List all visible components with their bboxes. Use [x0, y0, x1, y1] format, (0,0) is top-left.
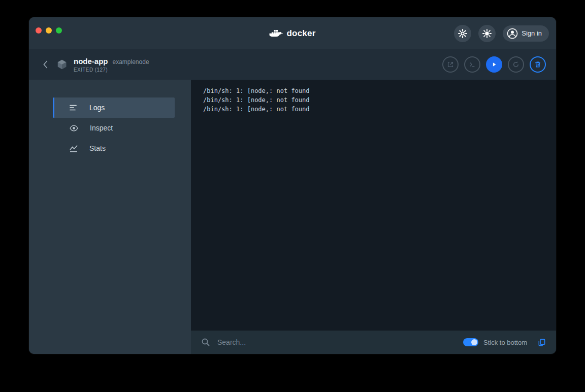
log-line: /bin/sh: 1: [node,: not found: [203, 105, 544, 114]
sidebar-item-label: Stats: [89, 144, 106, 152]
log-line: /bin/sh: 1: [node,: not found: [203, 86, 544, 95]
minimize-window-button[interactable]: [46, 27, 52, 34]
open-in-browser-button[interactable]: [442, 56, 459, 73]
log-search-input[interactable]: [217, 338, 456, 346]
sign-in-label: Sign in: [522, 29, 542, 37]
play-icon: [491, 61, 497, 68]
container-title-block: node-app examplenode EXITED (127): [74, 57, 149, 73]
delete-container-button[interactable]: [530, 56, 546, 73]
back-button[interactable]: [39, 59, 52, 70]
sign-in-button[interactable]: Sign in: [503, 25, 549, 42]
docker-logo-text: docker: [287, 28, 316, 39]
sidebar: Logs Inspect Stats: [29, 80, 191, 354]
container-image-name: examplenode: [113, 58, 149, 66]
sidebar-item-label: Logs: [89, 104, 105, 112]
terminal-icon: [469, 61, 476, 68]
sidebar-item-stats[interactable]: Stats: [53, 138, 175, 158]
open-terminal-button[interactable]: [464, 56, 480, 73]
container-actions: [442, 56, 546, 73]
line-chart-icon: [70, 144, 78, 152]
start-container-button[interactable]: [486, 56, 502, 73]
avatar-icon: [507, 28, 518, 39]
external-link-icon: [447, 61, 454, 68]
container-cube-icon: [56, 59, 68, 70]
container-name: node-app: [74, 57, 108, 66]
window-controls: [36, 27, 62, 34]
docker-desktop-window: docker: [29, 17, 556, 354]
restart-icon: [512, 61, 519, 68]
sidebar-item-label: Inspect: [90, 124, 113, 132]
docker-logo: docker: [270, 28, 316, 39]
top-bar: docker: [29, 17, 556, 49]
logs-panel: /bin/sh: 1: [node,: not found /bin/sh: 1…: [191, 80, 556, 354]
container-detail-body: Logs Inspect Stats: [29, 80, 556, 354]
troubleshoot-icon: [482, 29, 492, 38]
gear-icon: [458, 29, 467, 38]
sidebar-item-inspect[interactable]: Inspect: [53, 118, 175, 138]
container-status: EXITED (127): [74, 67, 149, 73]
chevron-left-icon: [42, 59, 49, 70]
close-window-button[interactable]: [36, 27, 42, 34]
troubleshoot-button[interactable]: [478, 25, 496, 42]
logs-icon: [70, 104, 78, 112]
settings-button[interactable]: [454, 25, 471, 42]
sidebar-item-logs[interactable]: Logs: [53, 97, 175, 118]
toggle-knob: [471, 339, 477, 345]
container-toolbar: node-app examplenode EXITED (127): [29, 49, 556, 80]
logs-footer-bar: Stick to bottom: [191, 331, 556, 354]
docker-whale-icon: [270, 28, 284, 39]
stick-to-bottom-control: Stick to bottom: [463, 338, 527, 346]
copy-icon: [537, 338, 546, 347]
log-output[interactable]: /bin/sh: 1: [node,: not found /bin/sh: 1…: [191, 80, 556, 331]
stick-to-bottom-label: Stick to bottom: [483, 339, 527, 346]
top-bar-actions: Sign in: [454, 25, 549, 42]
eye-icon: [70, 125, 78, 132]
trash-icon: [534, 61, 541, 68]
restart-container-button[interactable]: [508, 56, 524, 73]
log-line: /bin/sh: 1: [node,: not found: [203, 95, 544, 105]
zoom-window-button[interactable]: [56, 27, 62, 34]
copy-logs-button[interactable]: [537, 338, 546, 347]
search-icon: [201, 338, 210, 347]
stick-to-bottom-toggle[interactable]: [463, 338, 478, 346]
